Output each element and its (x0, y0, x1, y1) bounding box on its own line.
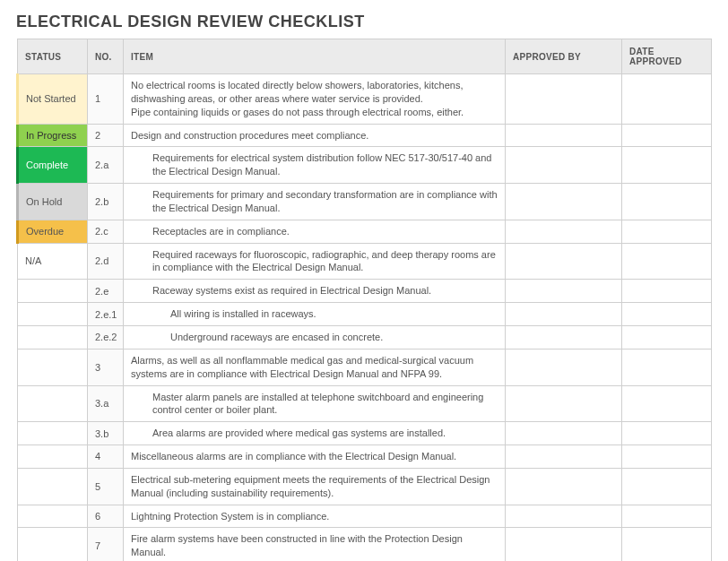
table-row: On Hold2.bRequirements for primary and s… (18, 184, 712, 220)
approved-by-cell[interactable] (506, 445, 622, 469)
col-status: STATUS (18, 39, 88, 74)
table-row: N/A2.dRequired raceways for fluoroscopic… (18, 243, 712, 280)
no-cell: 7 (88, 528, 124, 561)
status-cell (18, 385, 88, 422)
table-row: 2.e.2Underground raceways are encased in… (18, 325, 712, 349)
item-cell: Miscellaneous alarms are in compliance w… (124, 445, 506, 469)
no-cell: 2 (88, 124, 124, 147)
no-cell: 2.e.1 (88, 303, 124, 326)
date-approved-cell[interactable] (622, 445, 712, 469)
col-item: ITEM (124, 39, 506, 74)
item-text: No electrical rooms is located directly … (131, 79, 498, 119)
item-text: Miscellaneous alarms are in compliance w… (131, 450, 456, 463)
no-cell: 2.a (88, 147, 124, 184)
approved-by-cell[interactable] (506, 280, 622, 303)
status-cell[interactable]: On Hold (18, 184, 88, 220)
table-row: Complete2.aRequirements for electrical s… (18, 147, 712, 184)
item-cell: Requirements for primary and secondary t… (124, 184, 506, 220)
item-cell: Area alarms are provided where medical g… (124, 422, 506, 445)
date-approved-cell[interactable] (622, 303, 712, 326)
item-cell: Alarms, as well as all nonflammable medi… (124, 349, 506, 385)
table-row: 3Alarms, as well as all nonflammable med… (18, 349, 712, 385)
approved-by-cell[interactable] (506, 184, 622, 220)
item-cell: Raceway systems exist as required in Ele… (124, 280, 506, 303)
item-text: Receptacles are in compliance. (131, 225, 290, 238)
date-approved-cell[interactable] (622, 220, 712, 243)
no-cell: 1 (88, 74, 124, 125)
item-cell: All wiring is installed in raceways. (124, 303, 506, 326)
item-text: Lightning Protection System is in compli… (131, 510, 329, 523)
status-cell (18, 303, 88, 326)
status-cell (18, 528, 88, 561)
item-cell: Receptacles are in compliance. (124, 220, 506, 243)
item-cell: Required raceways for fluoroscopic, radi… (124, 243, 506, 280)
approved-by-cell[interactable] (506, 385, 622, 422)
item-cell: Lightning Protection System is in compli… (124, 505, 506, 528)
approved-by-cell[interactable] (506, 505, 622, 528)
item-text: Requirements for primary and secondary t… (131, 188, 498, 215)
approved-by-cell[interactable] (506, 468, 622, 505)
table-row: 2.e.1All wiring is installed in raceways… (18, 303, 712, 326)
item-text: Master alarm panels are installed at tel… (131, 391, 498, 418)
item-text: Design and construction procedures meet … (131, 129, 368, 142)
approved-by-cell[interactable] (506, 422, 622, 445)
no-cell: 2.b (88, 184, 124, 220)
no-cell: 4 (88, 445, 124, 469)
approved-by-cell[interactable] (506, 124, 622, 147)
no-cell: 2.e.2 (88, 325, 124, 349)
item-text: All wiring is installed in raceways. (131, 307, 316, 321)
date-approved-cell[interactable] (622, 184, 712, 220)
col-approved-by: APPROVED BY (506, 39, 622, 74)
table-row: Overdue2.cReceptacles are in compliance. (18, 220, 712, 243)
status-cell (18, 349, 88, 385)
date-approved-cell[interactable] (622, 147, 712, 184)
approved-by-cell[interactable] (506, 147, 622, 184)
date-approved-cell[interactable] (622, 243, 712, 280)
status-cell (18, 468, 88, 505)
approved-by-cell[interactable] (506, 74, 622, 125)
date-approved-cell[interactable] (622, 280, 712, 303)
date-approved-cell[interactable] (622, 349, 712, 385)
approved-by-cell[interactable] (506, 528, 622, 561)
item-text: Fire alarm systems have been constructed… (131, 532, 498, 559)
status-cell[interactable]: N/A (18, 243, 88, 280)
date-approved-cell[interactable] (622, 74, 712, 125)
status-cell[interactable]: In Progress (18, 124, 88, 147)
status-cell[interactable]: Not Started (18, 74, 88, 125)
table-row: 7Fire alarm systems have been constructe… (18, 528, 712, 561)
no-cell: 3 (88, 349, 124, 385)
date-approved-cell[interactable] (622, 385, 712, 422)
status-cell (18, 422, 88, 445)
date-approved-cell[interactable] (622, 325, 712, 349)
date-approved-cell[interactable] (622, 422, 712, 445)
item-cell: Fire alarm systems have been constructed… (124, 528, 506, 561)
approved-by-cell[interactable] (506, 303, 622, 326)
no-cell: 2.c (88, 220, 124, 243)
approved-by-cell[interactable] (506, 349, 622, 385)
item-cell: Design and construction procedures meet … (124, 124, 506, 147)
item-cell: Master alarm panels are installed at tel… (124, 385, 506, 422)
status-cell[interactable]: Complete (18, 147, 88, 184)
table-row: Not Started1No electrical rooms is locat… (18, 74, 712, 125)
table-header-row: STATUS NO. ITEM APPROVED BY DATE APPROVE… (18, 39, 712, 74)
no-cell: 2.d (88, 243, 124, 280)
status-cell[interactable]: Overdue (18, 220, 88, 243)
status-cell (18, 445, 88, 469)
date-approved-cell[interactable] (622, 124, 712, 147)
item-text: Underground raceways are encased in conc… (131, 331, 383, 344)
no-cell: 2.e (88, 280, 124, 303)
item-cell: Requirements for electrical system distr… (124, 147, 506, 184)
no-cell: 5 (88, 468, 124, 505)
date-approved-cell[interactable] (622, 468, 712, 505)
date-approved-cell[interactable] (622, 505, 712, 528)
item-text: Requirements for electrical system distr… (131, 151, 498, 178)
approved-by-cell[interactable] (506, 243, 622, 280)
approved-by-cell[interactable] (506, 220, 622, 243)
status-cell (18, 505, 88, 528)
table-row: 5Electrical sub-metering equipment meets… (18, 468, 712, 505)
approved-by-cell[interactable] (506, 325, 622, 349)
date-approved-cell[interactable] (622, 528, 712, 561)
item-cell: Underground raceways are encased in conc… (124, 325, 506, 349)
item-text: Area alarms are provided where medical g… (131, 427, 446, 440)
table-row: 4Miscellaneous alarms are in compliance … (18, 445, 712, 469)
